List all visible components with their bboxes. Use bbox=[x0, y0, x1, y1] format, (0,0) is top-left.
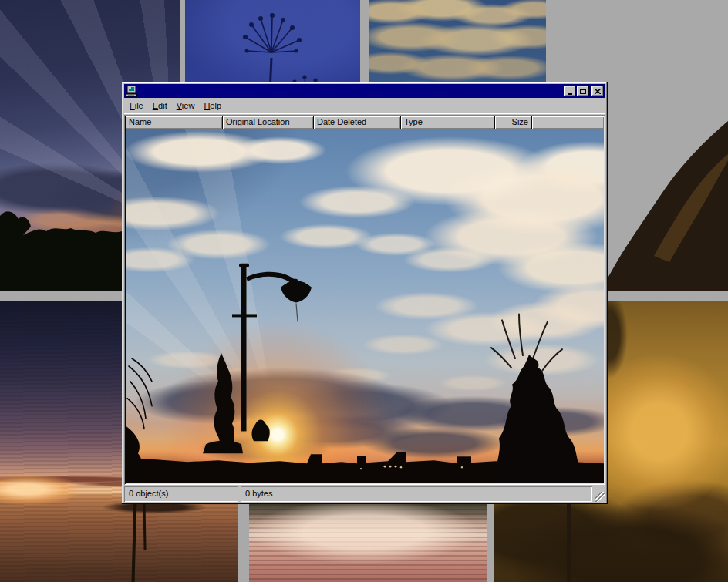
column-header-row: Name Original Location Date Deleted Type… bbox=[126, 116, 604, 129]
menu-view[interactable]: View bbox=[172, 99, 200, 113]
water-pole-small bbox=[143, 500, 146, 550]
column-header-name[interactable]: Name bbox=[126, 116, 223, 129]
column-header-size[interactable]: Size bbox=[495, 116, 532, 129]
close-button[interactable] bbox=[592, 86, 604, 96]
menu-help[interactable]: Help bbox=[199, 99, 226, 113]
status-bar: 0 object(s) 0 bytes bbox=[124, 486, 605, 502]
computer-icon bbox=[126, 86, 138, 97]
minimize-button[interactable] bbox=[564, 86, 576, 96]
recycle-bin-window: File Edit View Help Name Original Locati… bbox=[122, 82, 608, 504]
list-view[interactable]: Name Original Location Date Deleted Type… bbox=[124, 115, 605, 485]
maximize-button[interactable] bbox=[577, 86, 589, 96]
column-header-type[interactable]: Type bbox=[401, 116, 495, 129]
menu-bar: File Edit View Help bbox=[124, 99, 605, 113]
column-header-original-location[interactable]: Original Location bbox=[223, 116, 314, 129]
minimize-icon bbox=[568, 93, 572, 95]
column-header-date-deleted[interactable]: Date Deleted bbox=[314, 116, 401, 129]
photo-silhouettes bbox=[126, 129, 604, 483]
menu-separator bbox=[124, 113, 605, 114]
window-background-photo bbox=[126, 129, 604, 483]
resize-grip[interactable] bbox=[595, 492, 605, 502]
status-bytes: 0 bytes bbox=[241, 486, 592, 502]
window-titlebar[interactable] bbox=[124, 84, 605, 98]
column-header-filler bbox=[532, 116, 604, 129]
status-objects: 0 object(s) bbox=[124, 486, 238, 502]
water-pole bbox=[132, 496, 137, 582]
maximize-icon bbox=[580, 89, 586, 94]
desktop: { "window": { "titlebar": { "icon": "com… bbox=[0, 0, 728, 582]
menu-edit[interactable]: Edit bbox=[148, 99, 172, 113]
close-icon bbox=[595, 89, 601, 94]
menu-file[interactable]: File bbox=[125, 99, 148, 113]
